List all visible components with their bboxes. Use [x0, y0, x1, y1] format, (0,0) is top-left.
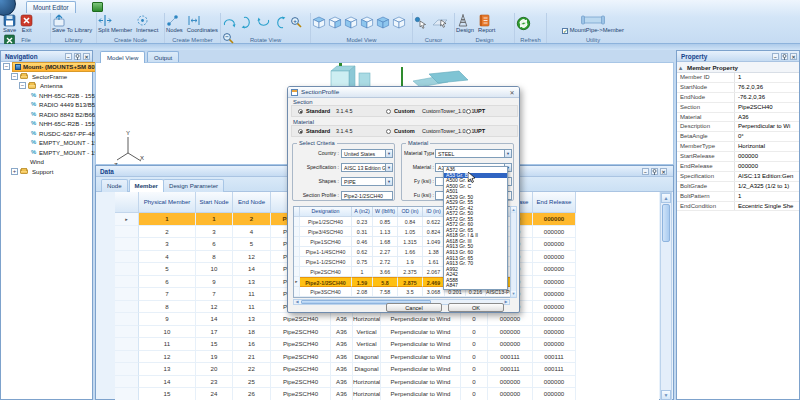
grid-cell[interactable]: Perpendicular to Wind — [381, 338, 461, 351]
grid-cell[interactable]: A36 — [331, 338, 353, 351]
property-value[interactable]: 1 — [735, 73, 799, 82]
grid-cell[interactable]: 24 — [196, 388, 233, 400]
grid-cell[interactable]: Diagonal — [353, 363, 381, 376]
radio-upt[interactable] — [466, 109, 471, 114]
pin-icon[interactable] — [74, 53, 81, 60]
grid-cell[interactable]: 0 — [461, 363, 488, 376]
combo-materialtype[interactable]: STEEL▼ — [435, 149, 512, 158]
grid-cell[interactable]: Pipe2SCH40 — [271, 388, 331, 400]
grid-cell[interactable]: 12 — [139, 351, 196, 364]
grid-cell[interactable]: A36 — [331, 376, 353, 389]
grid-cell[interactable]: 000000 — [533, 276, 576, 289]
grid-cell[interactable]: 2.067 — [423, 267, 445, 277]
grid-cell[interactable]: 7.58 — [373, 287, 398, 297]
row-selector[interactable] — [115, 363, 139, 376]
row-selector[interactable] — [115, 326, 139, 339]
tab-model-view[interactable]: Model View — [100, 51, 145, 63]
grid-cell[interactable]: 9 — [139, 313, 196, 326]
grid-cell[interactable]: 0 — [461, 351, 488, 364]
grid-cell[interactable]: 2.27 — [373, 247, 398, 257]
radio-upt[interactable] — [466, 129, 471, 134]
tree-item[interactable]: %NHH-65C-R2B - 155(ft) — [1, 91, 92, 101]
grid-cell[interactable]: Pipe1/2SCH40 — [300, 217, 352, 227]
scroll-up-icon[interactable]: ▲ — [661, 193, 671, 203]
radio-custom[interactable] — [386, 129, 391, 134]
grid-cell[interactable]: Perpendicular to Wind — [381, 326, 461, 339]
property-value[interactable]: -76.2,0,36 — [735, 93, 799, 102]
column-header[interactable]: End Node — [233, 192, 271, 213]
scrollbar-thumb[interactable] — [662, 204, 670, 242]
chevron-down-icon[interactable]: ▼ — [385, 164, 392, 171]
cube-view-5-button[interactable] — [376, 16, 390, 29]
table-row[interactable]: 142325Pipe2SCH40A36HorizontalPerpendicul… — [115, 376, 576, 389]
grid-cell[interactable]: 000000 — [533, 376, 576, 389]
grid-cell[interactable]: 16 — [233, 338, 271, 351]
property-value[interactable]: Eccentric Single She — [735, 202, 799, 211]
grid-cell[interactable]: 000111 — [488, 351, 533, 364]
property-section-header[interactable]: Member Property — [677, 62, 799, 73]
grid-cell[interactable]: 000000 — [488, 388, 533, 400]
rotate-view-button[interactable] — [222, 16, 237, 29]
column-header[interactable]: ID (in) — [423, 207, 445, 217]
tree-item[interactable]: −Antenna — [1, 81, 92, 91]
grid-cell[interactable]: A36 — [331, 388, 353, 400]
grid-cell[interactable]: 0 — [461, 326, 488, 339]
row-selector[interactable] — [115, 376, 139, 389]
grid-cell[interactable]: Horizontal — [353, 313, 381, 326]
grid-cell[interactable]: 11 — [233, 301, 271, 314]
nodes-button[interactable]: Nodes — [166, 14, 183, 33]
grid-cell[interactable]: 000000 — [533, 338, 576, 351]
grid-cell[interactable]: 1.13 — [373, 227, 398, 237]
property-row[interactable]: StartNode76.2,0,36 — [677, 83, 799, 93]
grid-cell[interactable]: 1.38 — [423, 247, 445, 257]
grid-cell[interactable]: 0 — [461, 376, 488, 389]
grid-cell[interactable]: 000111 — [488, 363, 533, 376]
table-row[interactable]: 121921Pipe2SCH40A36DiagonalPerpendicular… — [115, 351, 576, 364]
grid-cell[interactable]: 5 — [233, 238, 271, 251]
grid-cell[interactable]: 6 — [139, 276, 196, 289]
grid-cell[interactable]: 22 — [233, 363, 271, 376]
row-selector[interactable] — [115, 251, 139, 264]
property-value[interactable]: 1/2_A325 (1/2 to 1) — [735, 182, 799, 191]
chevron-down-icon[interactable]: ▼ — [385, 150, 392, 157]
row-selector[interactable] — [115, 388, 139, 400]
property-row[interactable]: MaterialA36 — [677, 113, 799, 123]
grid-vertical-scrollbar[interactable]: ▲ ▼ — [660, 192, 672, 400]
radio-custom[interactable] — [386, 109, 391, 114]
grid-cell[interactable]: Pipe2SCH40 — [271, 338, 331, 351]
column-header[interactable]: OD (in) — [398, 207, 423, 217]
intersect-button[interactable]: Intersect — [136, 14, 158, 33]
grid-cell[interactable]: 1.61 — [423, 257, 445, 267]
radio-standard[interactable] — [298, 109, 303, 114]
grid-cell[interactable]: 20 — [196, 363, 233, 376]
grid-cell[interactable]: 5 — [139, 263, 196, 276]
grid-cell[interactable]: Horizontal — [353, 388, 381, 400]
grid-cell[interactable]: 13 — [139, 363, 196, 376]
property-row[interactable]: MemberTypeHorizontal — [677, 142, 799, 152]
combo-shapes[interactable]: PIPE▼ — [341, 177, 393, 186]
property-row[interactable]: BoltGrade1/2_A325 (1/2 to 1) — [677, 182, 799, 192]
grid-cell[interactable]: Perpendicular to Wind — [381, 376, 461, 389]
cube-view-2-button[interactable] — [328, 16, 342, 29]
chevron-down-icon[interactable]: ▼ — [504, 150, 511, 157]
refresh-button[interactable] — [516, 16, 531, 29]
tree-expander-icon[interactable]: − — [19, 82, 26, 89]
scroll-down-icon[interactable]: ▼ — [661, 390, 671, 400]
tree-item[interactable]: %EMPTY_MOUNT - 155(ft) — [1, 138, 92, 148]
row-selector[interactable] — [115, 338, 139, 351]
grid-cell[interactable]: Pipe2SCH40 — [300, 267, 352, 277]
property-value[interactable]: Pipe2SCH40 — [735, 103, 799, 112]
grid-cell[interactable]: 6 — [196, 238, 233, 251]
property-value[interactable]: 76.2,0,36 — [735, 83, 799, 92]
grid-cell[interactable]: 1 — [352, 267, 373, 277]
table-row[interactable]: 152426Pipe2SCH40A36HorizontalPerpendicul… — [115, 388, 576, 400]
textbox-sectionprofile[interactable]: Pipe2-1/2SCH40 — [341, 191, 393, 200]
data-tab-node[interactable]: Node — [101, 179, 128, 192]
zoom-in-button[interactable]: + — [290, 16, 303, 29]
cursor-plane-button[interactable] — [432, 16, 450, 29]
tree-expander-icon[interactable]: − — [11, 73, 18, 80]
grid-cell[interactable]: 11 — [233, 288, 271, 301]
grid-cell[interactable]: 2.375 — [398, 267, 423, 277]
chevron-down-icon[interactable]: ▼ — [385, 178, 392, 185]
tree-item[interactable]: %RADIO 4449 B13/B5 - 1... — [1, 100, 92, 110]
